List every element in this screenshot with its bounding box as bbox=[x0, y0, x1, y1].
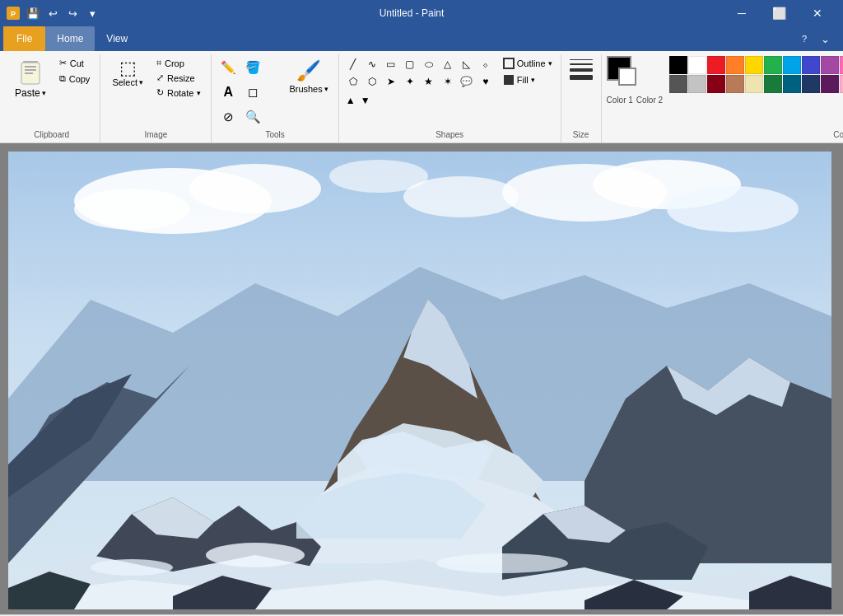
star4-shape[interactable]: ✦ bbox=[401, 73, 419, 90]
color1-label: Color 1 bbox=[607, 96, 633, 105]
rounded-rect-shape[interactable]: ▢ bbox=[401, 56, 419, 72]
diamond-shape[interactable]: ⬦ bbox=[477, 56, 495, 72]
triangle-shape[interactable]: △ bbox=[439, 56, 457, 72]
image-group: ⬚ Select ▾ ⌗ Crop ⤢ Resize ↻ Rotate bbox=[100, 54, 212, 142]
swatch-blue[interactable] bbox=[802, 56, 820, 74]
brushes-button[interactable]: 🖌️ Brushes ▾ bbox=[284, 56, 333, 97]
star6-shape[interactable]: ✶ bbox=[439, 73, 457, 90]
copy-button[interactable]: ⧉ Copy bbox=[54, 72, 95, 86]
rotate-button[interactable]: ↻ Rotate ▾ bbox=[151, 86, 206, 100]
svg-point-38 bbox=[206, 543, 305, 567]
swatch-teal[interactable] bbox=[783, 75, 801, 93]
color-palette bbox=[669, 56, 843, 93]
arrow-shape[interactable]: ➤ bbox=[382, 73, 400, 90]
curve-shape[interactable]: ∿ bbox=[363, 56, 381, 72]
eraser-button[interactable]: ◻ bbox=[241, 81, 264, 104]
crop-button[interactable]: ⌗ Crop bbox=[151, 56, 206, 70]
pentagon-shape[interactable]: ⬠ bbox=[344, 73, 362, 90]
paste-label: Paste bbox=[15, 87, 40, 99]
clipboard-content: Paste ▾ ✂ Cut ⧉ Copy bbox=[8, 56, 95, 128]
resize-icon: ⤢ bbox=[156, 72, 164, 83]
line-shape[interactable]: ╱ bbox=[344, 56, 362, 72]
color2-label: Color 2 bbox=[636, 96, 663, 105]
swatch-purple[interactable] bbox=[821, 56, 839, 74]
file-menu[interactable]: File bbox=[3, 26, 45, 51]
pencil-button[interactable]: ✏️ bbox=[217, 56, 240, 79]
select-icon: ⬚ bbox=[119, 59, 137, 77]
swatch-cyan[interactable] bbox=[783, 56, 801, 74]
maximize-button[interactable]: ⬜ bbox=[761, 0, 799, 26]
quick-access-toolbar: 💾 ↩ ↪ ▾ bbox=[25, 5, 100, 21]
copy-icon: ⧉ bbox=[59, 73, 66, 84]
help-button[interactable]: ? bbox=[797, 31, 812, 46]
size-line-3[interactable] bbox=[570, 68, 593, 72]
scroll-down-shape[interactable]: ▼ bbox=[359, 92, 372, 109]
select-button[interactable]: ⬚ Select ▾ bbox=[105, 56, 150, 91]
redo-button[interactable]: ↪ bbox=[64, 5, 81, 21]
rect-shape[interactable]: ▭ bbox=[382, 56, 400, 72]
swatch-navy[interactable] bbox=[802, 75, 820, 93]
svg-point-11 bbox=[189, 164, 321, 213]
swatch-orange[interactable] bbox=[726, 56, 744, 74]
colors-group: Color 1 Color 2 bbox=[602, 54, 843, 142]
undo-button[interactable]: ↩ bbox=[44, 5, 61, 21]
cut-button[interactable]: ✂ Cut bbox=[54, 56, 95, 70]
callout-shape[interactable]: 💬 bbox=[458, 73, 476, 90]
ellipse-shape[interactable]: ⬭ bbox=[420, 56, 438, 72]
clipboard-label: Clipboard bbox=[8, 128, 95, 141]
tools-buttons: ✏️ 🪣 A ◻ ⊘ 🔍 bbox=[217, 56, 282, 128]
svg-point-17 bbox=[329, 160, 428, 193]
svg-rect-8 bbox=[504, 75, 514, 85]
hexagon-shape[interactable]: ⬡ bbox=[363, 73, 381, 90]
fill-button[interactable]: 🪣 bbox=[241, 56, 264, 79]
heart-shape[interactable]: ♥ bbox=[477, 73, 495, 90]
fill-button[interactable]: Fill ▾ bbox=[500, 72, 556, 87]
menubar: File Home View ? ⌄ bbox=[0, 26, 843, 51]
swatch-dkpurple[interactable] bbox=[821, 75, 839, 93]
swatch-darkred[interactable] bbox=[707, 75, 725, 93]
picker-button[interactable]: ⊘ bbox=[217, 105, 240, 128]
dropdown-button[interactable]: ▾ bbox=[84, 5, 100, 21]
minimize-button[interactable]: ─ bbox=[723, 0, 761, 26]
brushes-icon: 🖌️ bbox=[296, 59, 321, 82]
size-line-1[interactable] bbox=[570, 59, 593, 60]
save-button[interactable]: 💾 bbox=[25, 5, 41, 21]
view-menu[interactable]: View bbox=[95, 26, 139, 51]
cut-icon: ✂ bbox=[59, 58, 67, 68]
colors-content: Color 1 Color 2 bbox=[607, 56, 843, 128]
outline-button[interactable]: Outline ▾ bbox=[500, 56, 556, 71]
canvas-area[interactable] bbox=[0, 143, 843, 614]
home-menu[interactable]: Home bbox=[45, 26, 95, 51]
swatch-olive[interactable] bbox=[745, 75, 763, 93]
svg-text:P: P bbox=[11, 10, 16, 18]
magnifier-button[interactable]: 🔍 bbox=[241, 105, 264, 128]
swatch-pink[interactable] bbox=[840, 56, 843, 74]
swatch-red[interactable] bbox=[707, 56, 725, 74]
swatch-black[interactable] bbox=[669, 56, 687, 74]
painting-canvas[interactable] bbox=[8, 152, 831, 609]
size-content bbox=[566, 56, 596, 128]
paste-icon bbox=[17, 59, 44, 86]
paste-arrow: ▾ bbox=[42, 89, 46, 97]
text-button[interactable]: A bbox=[217, 81, 240, 104]
resize-button[interactable]: ⤢ Resize bbox=[151, 71, 206, 85]
scroll-up-shape[interactable]: ▲ bbox=[344, 92, 357, 109]
swatch-dkgreen[interactable] bbox=[764, 75, 782, 93]
size-line-4[interactable] bbox=[570, 75, 593, 80]
svg-point-12 bbox=[74, 189, 189, 230]
svg-point-39 bbox=[436, 553, 568, 573]
star5-shape[interactable]: ★ bbox=[420, 73, 438, 90]
paste-button[interactable]: Paste ▾ bbox=[8, 56, 53, 102]
swatch-dkpink[interactable] bbox=[840, 75, 843, 93]
swatch-yellow[interactable] bbox=[745, 56, 763, 74]
ribbon-collapse-button[interactable]: ⌄ bbox=[817, 30, 833, 47]
color2-swatch[interactable] bbox=[618, 68, 636, 86]
swatch-darkgray[interactable] bbox=[669, 75, 687, 93]
rtri-shape[interactable]: ◺ bbox=[458, 56, 476, 72]
swatch-white[interactable] bbox=[688, 56, 706, 74]
swatch-brown[interactable] bbox=[726, 75, 744, 93]
swatch-lgray[interactable] bbox=[688, 75, 706, 93]
close-button[interactable]: ✕ bbox=[799, 0, 836, 26]
size-line-2[interactable] bbox=[570, 63, 593, 65]
swatch-green[interactable] bbox=[764, 56, 782, 74]
